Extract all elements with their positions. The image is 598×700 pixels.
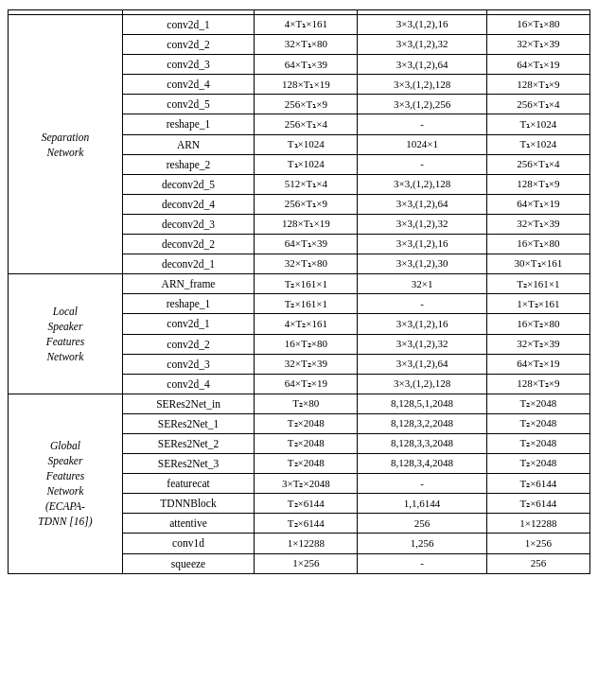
params-cell: 1,256	[358, 534, 486, 553]
output-cell: 16×T₁×80	[486, 15, 589, 35]
layer-cell: SERes2Net_2	[122, 433, 254, 453]
output-cell: 1×T₂×161	[486, 294, 589, 314]
params-cell: 3×3,(1,2),32	[358, 35, 486, 55]
output-cell: 128×T₁×9	[486, 75, 589, 95]
params-cell: 256	[358, 514, 486, 534]
output-cell: T₂×6144	[486, 474, 589, 494]
table-row: SeparationNetworkconv2d_14×T₁×1613×3,(1,…	[9, 15, 590, 35]
layer-cell: deconv2d_5	[122, 174, 254, 194]
output-cell: T₂×2048	[486, 433, 589, 453]
input-cell: T₂×161×1	[255, 294, 358, 314]
table-wrapper: SeparationNetworkconv2d_14×T₁×1613×3,(1,…	[0, 0, 598, 584]
layer-cell: SERes2Net_in	[122, 394, 254, 413]
params-cell: 3×3,(1,2),256	[358, 95, 486, 114]
input-cell: 256×T₁×9	[255, 194, 358, 214]
layer-cell: conv2d_1	[122, 314, 254, 334]
input-cell: 128×T₁×19	[255, 75, 358, 95]
output-cell: 16×T₁×80	[486, 235, 589, 254]
layer-cell: conv2d_2	[122, 35, 254, 55]
params-cell: -	[358, 154, 486, 174]
layer-cell: reshape_2	[122, 154, 254, 174]
output-cell: T₂×2048	[486, 394, 589, 413]
input-cell: T₂×2048	[255, 433, 358, 453]
input-cell: T₂×6144	[255, 514, 358, 534]
layer-cell: ARN_frame	[122, 274, 254, 294]
output-cell: 128×T₂×9	[486, 374, 589, 394]
output-cell: 1×256	[486, 534, 589, 553]
layer-cell: conv2d_3	[122, 354, 254, 374]
output-cell: 64×T₂×19	[486, 354, 589, 374]
layer-cell: deconv2d_3	[122, 214, 254, 234]
input-cell: 32×T₁×80	[255, 35, 358, 55]
params-cell: 3×3,(1,2),16	[358, 15, 486, 35]
input-cell: T₂×6144	[255, 494, 358, 514]
input-cell: 3×T₂×2048	[255, 474, 358, 494]
output-cell: 30×T₁×161	[486, 254, 589, 274]
layer-cell: featurecat	[122, 474, 254, 494]
table-row: GlobalSpeakerFeaturesNetwork(ECAPA-TDNN …	[9, 394, 590, 413]
input-cell: 4×T₂×161	[255, 314, 358, 334]
params-cell: 3×3,(1,2),128	[358, 174, 486, 194]
layer-cell: conv2d_3	[122, 55, 254, 75]
params-cell: 3×3,(1,2),16	[358, 314, 486, 334]
input-cell: 64×T₂×19	[255, 374, 358, 394]
layer-cell: SERes2Net_1	[122, 413, 254, 433]
layer-cell: deconv2d_2	[122, 235, 254, 254]
output-cell: 256	[486, 553, 589, 573]
input-cell: 256×T₁×4	[255, 114, 358, 134]
component-cell: GlobalSpeakerFeaturesNetwork(ECAPA-TDNN …	[9, 394, 123, 573]
params-cell: 3×3,(1,2),64	[358, 55, 486, 75]
layer-cell: deconv2d_4	[122, 194, 254, 214]
layer-cell: conv2d_4	[122, 75, 254, 95]
params-cell: 3×3,(1,2),128	[358, 374, 486, 394]
output-cell: 16×T₂×80	[486, 314, 589, 334]
params-cell: 1,1,6144	[358, 494, 486, 514]
params-cell: 3×3,(1,2),16	[358, 235, 486, 254]
params-cell: 8,128,3,3,2048	[358, 433, 486, 453]
output-cell: 256×T₁×4	[486, 95, 589, 114]
input-cell: T₂×2048	[255, 413, 358, 433]
output-cell: 1×12288	[486, 514, 589, 534]
layer-cell: deconv2d_1	[122, 254, 254, 274]
output-cell: 32×T₁×39	[486, 214, 589, 234]
output-cell: 64×T₁×19	[486, 194, 589, 214]
input-cell: T₂×80	[255, 394, 358, 413]
output-cell: T₁×1024	[486, 114, 589, 134]
layer-cell: conv2d_1	[122, 15, 254, 35]
input-cell: 128×T₁×19	[255, 214, 358, 234]
params-cell: 3×3,(1,2),64	[358, 354, 486, 374]
layer-cell: conv1d	[122, 534, 254, 553]
output-cell: 32×T₂×39	[486, 334, 589, 354]
input-cell: T₁×1024	[255, 154, 358, 174]
layer-cell: squeeze	[122, 553, 254, 573]
layer-cell: attentive	[122, 514, 254, 534]
params-cell: -	[358, 474, 486, 494]
layer-cell: TDNNBlock	[122, 494, 254, 514]
layer-cell: conv2d_5	[122, 95, 254, 114]
input-cell: 256×T₁×9	[255, 95, 358, 114]
params-cell: 1024×1	[358, 134, 486, 154]
input-cell: 1×12288	[255, 534, 358, 553]
params-cell: -	[358, 114, 486, 134]
component-cell: LocalSpeakerFeaturesNetwork	[9, 274, 123, 394]
output-cell: T₁×1024	[486, 134, 589, 154]
output-cell: 32×T₁×39	[486, 35, 589, 55]
input-cell: 64×T₁×39	[255, 235, 358, 254]
table-row: LocalSpeakerFeaturesNetworkARN_frameT₂×1…	[9, 274, 590, 294]
input-cell: T₂×161×1	[255, 274, 358, 294]
output-cell: 64×T₁×19	[486, 55, 589, 75]
layer-cell: SERes2Net_3	[122, 454, 254, 474]
layer-cell: reshape_1	[122, 114, 254, 134]
main-table: SeparationNetworkconv2d_14×T₁×1613×3,(1,…	[8, 9, 590, 574]
params-cell: 3×3,(1,2),30	[358, 254, 486, 274]
output-cell: 256×T₁×4	[486, 154, 589, 174]
params-cell: -	[358, 294, 486, 314]
output-cell: T₂×2048	[486, 454, 589, 474]
params-cell: 3×3,(1,2),64	[358, 194, 486, 214]
input-cell: 1×256	[255, 553, 358, 573]
layer-cell: reshape_1	[122, 294, 254, 314]
params-cell: 32×1	[358, 274, 486, 294]
input-cell: 64×T₁×39	[255, 55, 358, 75]
input-cell: 4×T₁×161	[255, 15, 358, 35]
params-cell: -	[358, 553, 486, 573]
